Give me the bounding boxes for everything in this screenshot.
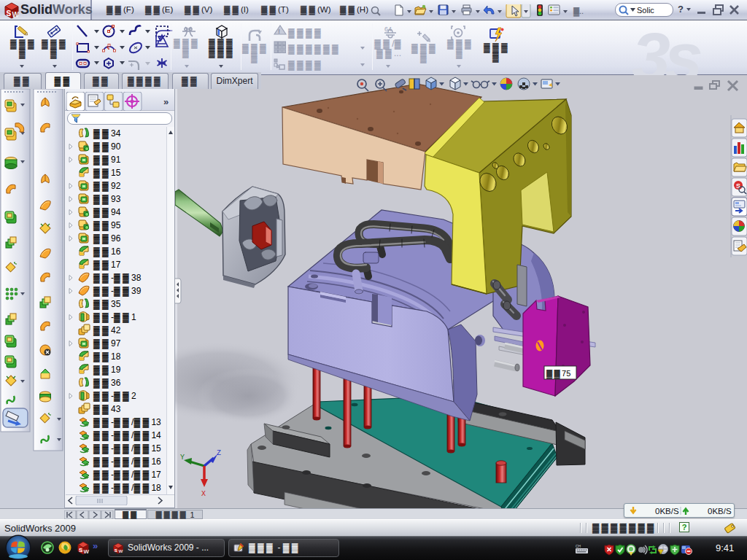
svg-text:S: S bbox=[115, 548, 117, 553]
svg-text:0KB/S: 0KB/S bbox=[655, 507, 679, 516]
svg-text:S: S bbox=[736, 182, 740, 190]
svg-text:W: W bbox=[84, 548, 90, 555]
svg-text:S: S bbox=[7, 9, 12, 18]
svg-text:W: W bbox=[118, 548, 123, 553]
svg-text:Z: Z bbox=[217, 449, 221, 457]
svg-text:CH: CH bbox=[576, 544, 581, 548]
svg-text:!: ! bbox=[278, 28, 280, 35]
svg-text:▓..: ▓.. bbox=[573, 7, 584, 17]
svg-text:X: X bbox=[201, 490, 206, 498]
svg-text:▓▓75: ▓▓75 bbox=[546, 369, 570, 379]
svg-text:S: S bbox=[79, 547, 83, 553]
svg-text:»: » bbox=[93, 540, 98, 551]
svg-text:Y: Y bbox=[180, 454, 185, 462]
svg-text:Solic: Solic bbox=[637, 6, 654, 15]
svg-text:W: W bbox=[12, 11, 20, 19]
svg-text:0KB/S: 0KB/S bbox=[708, 507, 732, 516]
svg-text:!: ! bbox=[659, 551, 660, 555]
svg-text:»: » bbox=[163, 96, 169, 107]
